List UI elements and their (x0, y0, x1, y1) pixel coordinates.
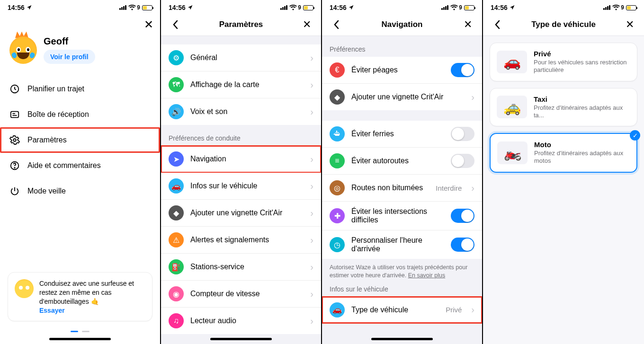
vehicle-icon: 🏍️ (497, 141, 528, 164)
settings-row[interactable]: ◉Compteur de vitesse› (161, 281, 321, 308)
menu-label: Paramètres (27, 136, 67, 144)
chevron-right-icon: › (471, 304, 474, 315)
menu-help[interactable]: Aide et commentaires (0, 153, 160, 178)
signal-icon (119, 5, 126, 10)
chevron-right-icon: › (310, 154, 313, 165)
menu-inbox[interactable]: Boîte de réception (0, 102, 160, 127)
settings-row[interactable]: ⛽Stations-service› (161, 254, 321, 281)
settings-row[interactable]: 🚗Infos sur le véhicule› (161, 173, 321, 200)
menu-standby[interactable]: Mode veille (0, 178, 160, 204)
row-icon: ✚ (330, 208, 345, 223)
toggle[interactable] (451, 127, 474, 141)
menu-plan-trip[interactable]: Planifier un trajet (0, 76, 160, 102)
settings-row[interactable]: ♫Lecteur audio› (161, 308, 321, 334)
row-label: Routes non bitumées (351, 184, 429, 192)
back-button[interactable] (491, 20, 504, 29)
page-title: Paramètres (182, 20, 300, 29)
card-title: Privé (534, 50, 630, 58)
nav-row[interactable]: ✚Éviter les intersections difficiles (322, 202, 482, 230)
battery-percent: 9 (137, 4, 140, 11)
settings-row[interactable]: ◆Ajouter une vignette Crit'Air› (161, 200, 321, 227)
row-label: Ajouter une vignette Crit'Air (351, 93, 465, 101)
battery-icon (464, 5, 474, 10)
chevron-right-icon: › (471, 92, 474, 103)
signal-icon (603, 5, 610, 10)
row-label: Personnaliser l'heure d'arrivée (351, 236, 444, 253)
close-button[interactable]: ✕ (300, 18, 313, 31)
back-button[interactable] (169, 20, 182, 29)
row-icon: ➤ (169, 151, 184, 167)
toggle[interactable] (451, 209, 474, 223)
row-label: Éviter les intersections difficiles (351, 207, 444, 224)
status-bar: 14:56 9 (322, 0, 482, 13)
section-header: Infos sur le véhicule (322, 282, 482, 297)
settings-row[interactable]: 🗺Affichage de la carte› (161, 71, 321, 98)
row-icon: ◎ (330, 180, 345, 195)
toggle[interactable] (451, 154, 474, 168)
row-icon: ⛽ (169, 259, 184, 274)
battery-percent: 9 (459, 4, 462, 11)
promo-avatar-icon (15, 279, 34, 298)
location-icon (27, 5, 32, 10)
row-label: Infos sur le véhicule (190, 182, 304, 190)
settings-row[interactable]: 🔊Voix et son› (161, 98, 321, 125)
status-bar: 14:56 9 (0, 0, 160, 13)
close-button[interactable]: ✕ (461, 18, 474, 31)
home-indicator (49, 338, 111, 340)
nav-row[interactable]: ≡Éviter autoroutes (322, 148, 482, 175)
wifi-icon (612, 5, 620, 10)
close-button[interactable]: ✕ (623, 18, 636, 31)
row-icon: 🚗 (169, 178, 184, 194)
clock-icon (9, 84, 20, 94)
row-icon: 🚗 (330, 302, 345, 318)
screen-profile-menu: 14:56 9 ✕ Geoff Voir le profil Plan (0, 0, 161, 344)
row-icon: ≡ (330, 153, 345, 168)
home-indicator (210, 338, 272, 340)
profile-header[interactable]: Geoff Voir le profil (0, 31, 160, 76)
nav-row[interactable]: 🚗Type de véhiculePrivé› (322, 297, 482, 323)
gear-icon (9, 135, 20, 145)
row-label: Stations-service (190, 263, 304, 271)
screen-settings: 14:56 9 Paramètres ✕ ⚙Général›🗺Affichage… (161, 0, 322, 344)
settings-row[interactable]: ⚙Général› (161, 44, 321, 71)
vehicle-card[interactable]: 🏍️MotoProfitez d'itinéraires adaptés aux… (490, 133, 637, 173)
nav-row[interactable]: ◷Personnaliser l'heure d'arrivée (322, 230, 482, 259)
battery-icon (303, 5, 313, 10)
promo-card[interactable]: Conduisez avec une surfeuse et restez ze… (8, 272, 152, 321)
vehicle-card[interactable]: 🚕TaxiProfitez d'itinéraires adaptés aux … (490, 88, 637, 127)
nav-row[interactable]: ◆Ajouter une vignette Crit'Air› (322, 84, 482, 110)
chevron-right-icon: › (471, 183, 474, 194)
row-icon: 🗺 (169, 77, 184, 92)
menu-label: Boîte de réception (27, 110, 89, 119)
row-label: Éviter péages (351, 66, 444, 74)
settings-row[interactable]: ➤Navigation› (161, 146, 321, 173)
row-icon: ⚠ (169, 232, 184, 247)
footnote: Autorisez Waze à utiliser vos trajets pr… (322, 259, 482, 282)
learn-more-link[interactable]: En savoir plus (408, 272, 446, 279)
row-label: Ajouter une vignette Crit'Air (190, 209, 304, 217)
page-title: Type de véhicule (504, 20, 623, 29)
status-time: 14:56 (8, 4, 25, 11)
home-indicator (371, 338, 433, 340)
card-subtitle: Pour les véhicules sans restriction part… (534, 59, 630, 74)
promo-try-button[interactable]: Essayer (39, 307, 65, 314)
close-button[interactable]: ✕ (144, 18, 153, 31)
nav-row[interactable]: ◎Routes non bituméesInterdire› (322, 175, 482, 202)
check-icon: ✓ (630, 130, 640, 141)
menu-settings[interactable]: Paramètres (0, 127, 160, 153)
settings-row[interactable]: ⚠Alertes et signalements› (161, 227, 321, 254)
row-label: Lecteur audio (190, 317, 304, 325)
nav-row[interactable]: €Éviter péages (322, 57, 482, 84)
view-profile-button[interactable]: Voir le profil (44, 50, 95, 64)
card-title: Moto (534, 141, 630, 149)
toggle[interactable] (451, 63, 474, 77)
section-header: Préférences (322, 36, 482, 57)
vehicle-card[interactable]: 🚗PrivéPour les véhicules sans restrictio… (490, 43, 637, 81)
card-title: Taxi (534, 95, 630, 103)
back-button[interactable] (330, 20, 343, 29)
nav-row[interactable]: ⛴Éviter ferries (322, 121, 482, 148)
row-icon: € (330, 62, 345, 78)
page-dots (0, 331, 160, 335)
row-label: Éviter ferries (351, 130, 444, 138)
toggle[interactable] (451, 238, 474, 252)
